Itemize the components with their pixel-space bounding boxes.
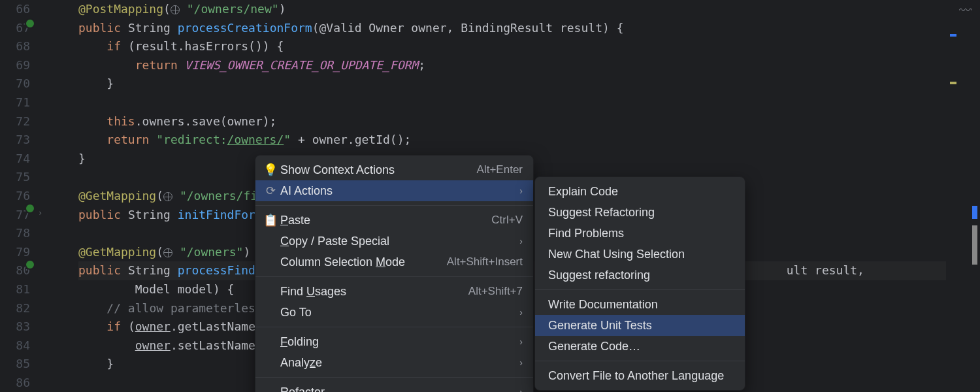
menu-separator (255, 276, 533, 277)
menu-label: Go To (278, 306, 519, 319)
submenu-arrow-icon: › (519, 186, 523, 196)
submenu-item-suggest-refactoring[interactable]: Suggest Refactoring (535, 202, 745, 223)
menu-label: Generate Unit Tests (543, 319, 734, 333)
right-marker-rail: 〰 (946, 0, 980, 392)
marker[interactable] (950, 34, 956, 37)
line-number: 83 (0, 318, 30, 336)
marker[interactable] (950, 82, 956, 84)
menu-label: Show Context Actions (278, 163, 477, 177)
menu-label: New Chat Using Selection (543, 248, 734, 261)
submenu-arrow-icon: › (519, 357, 523, 368)
line-number: 70 (0, 74, 30, 93)
line-number: 79 (0, 243, 30, 262)
menu-label: Folding (278, 335, 519, 349)
code-line[interactable]: return VIEWS_OWNER_CREATE_OR_UPDATE_FORM… (78, 56, 980, 75)
menu-item-analyze[interactable]: Analyze› (255, 352, 533, 373)
menu-label: Explain Code (543, 185, 734, 199)
ai-actions-submenu[interactable]: Explain CodeSuggest RefactoringFind Prob… (534, 176, 745, 391)
gutter-run-icon[interactable] (25, 259, 35, 270)
submenu-arrow-icon: › (519, 336, 523, 347)
submenu-item-convert-file-to-another-language[interactable]: Convert File to Another Language (535, 365, 745, 386)
paste-icon: 📋 (263, 213, 278, 227)
menu-item-refactor[interactable]: Refactor› (255, 382, 533, 392)
submenu-arrow-icon: › (519, 307, 523, 318)
line-number: 76 (0, 187, 30, 206)
inspections-icon[interactable]: 〰 (959, 3, 972, 18)
gutter-expand-icon[interactable]: › (38, 204, 42, 223)
marker[interactable] (972, 206, 977, 219)
line-number: 69 (0, 56, 30, 75)
menu-label: Suggest refactoring (543, 269, 734, 282)
context-menu[interactable]: 💡Show Context ActionsAlt+Enter⟳AI Action… (255, 155, 534, 392)
line-number: 81 (0, 280, 30, 299)
menu-separator (255, 327, 533, 327)
submenu-item-explain-code[interactable]: Explain Code (535, 181, 745, 202)
line-number: 72 (0, 112, 30, 131)
globe-icon (163, 192, 172, 201)
menu-label: Find Usages (278, 285, 468, 299)
code-line[interactable]: @PostMapping( "/owners/new") (78, 0, 980, 19)
marker[interactable] (972, 225, 977, 265)
line-number: 68 (0, 37, 30, 56)
line-number: 82 (0, 299, 30, 318)
code-line[interactable]: this.owners.save(owner); (78, 112, 980, 131)
globe-icon (171, 5, 180, 14)
menu-separator (535, 361, 745, 361)
code-line[interactable]: } (78, 74, 980, 93)
code-line[interactable]: public String processCreationForm(@Valid… (78, 19, 980, 38)
submenu-arrow-icon: › (519, 387, 523, 392)
menu-shortcut: Alt+Enter (477, 163, 523, 176)
menu-item-go-to[interactable]: Go To› (255, 302, 533, 323)
code-line[interactable]: return "redirect:/owners/" + owner.getId… (78, 131, 980, 150)
ai-icon: ⟳ (263, 184, 278, 198)
menu-separator (255, 205, 533, 206)
submenu-item-write-documentation[interactable]: Write Documentation (535, 294, 745, 315)
line-number: 74 (0, 150, 30, 169)
menu-label: Column Selection Mode (278, 255, 447, 269)
line-gutter: 6667686970717273747576777879808182838485… (0, 0, 47, 392)
menu-shortcut: Ctrl+V (491, 214, 523, 227)
menu-item-find-usages[interactable]: Find UsagesAlt+Shift+7 (255, 281, 533, 302)
line-number: 78 (0, 224, 30, 243)
submenu-arrow-icon: › (519, 236, 523, 246)
line-number: 84 (0, 336, 30, 355)
menu-label: AI Actions (278, 184, 519, 198)
menu-shortcut: Alt+Shift+Insert (447, 255, 523, 269)
menu-item-ai-actions[interactable]: ⟳AI Actions› (255, 180, 533, 201)
submenu-item-generate-unit-tests[interactable]: Generate Unit Tests (535, 315, 745, 336)
line-number: 71 (0, 93, 30, 112)
menu-item-copy-paste-special[interactable]: Copy / Paste Special› (255, 231, 533, 252)
menu-separator (535, 289, 745, 290)
menu-shortcut: Alt+Shift+7 (468, 285, 523, 298)
gutter-run-icon[interactable] (25, 18, 35, 29)
menu-label: Analyze (278, 356, 519, 370)
globe-icon (163, 248, 172, 257)
menu-item-folding[interactable]: Folding› (255, 331, 533, 352)
submenu-item-suggest-refactoring[interactable]: Suggest refactoring (535, 265, 745, 286)
line-number: 86 (0, 374, 30, 392)
submenu-item-find-problems[interactable]: Find Problems (535, 223, 745, 244)
line-number: 85 (0, 355, 30, 374)
menu-label: Generate Code… (543, 340, 734, 353)
line-number: 73 (0, 131, 30, 150)
menu-label: Write Documentation (543, 298, 734, 312)
bulb-icon: 💡 (263, 163, 278, 177)
line-number: 75 (0, 168, 30, 187)
code-line[interactable] (78, 93, 980, 112)
menu-item-column-selection-mode[interactable]: Column Selection ModeAlt+Shift+Insert (255, 252, 533, 272)
menu-separator (255, 377, 533, 378)
menu-label: Suggest Refactoring (543, 206, 734, 220)
menu-item-show-context-actions[interactable]: 💡Show Context ActionsAlt+Enter (255, 159, 533, 180)
submenu-item-generate-code-[interactable]: Generate Code… (535, 336, 745, 357)
line-number: 66 (0, 0, 30, 19)
submenu-item-new-chat-using-selection[interactable]: New Chat Using Selection (535, 244, 745, 265)
code-line[interactable]: if (result.hasErrors()) { (78, 37, 980, 56)
menu-label: Convert File to Another Language (543, 369, 734, 383)
menu-label: Paste (278, 214, 491, 227)
menu-label: Refactor (278, 385, 519, 393)
menu-label: Copy / Paste Special (278, 235, 519, 248)
menu-label: Find Problems (543, 227, 734, 240)
menu-item-paste[interactable]: 📋PasteCtrl+V (255, 210, 533, 231)
gutter-run-icon[interactable] (25, 203, 35, 214)
